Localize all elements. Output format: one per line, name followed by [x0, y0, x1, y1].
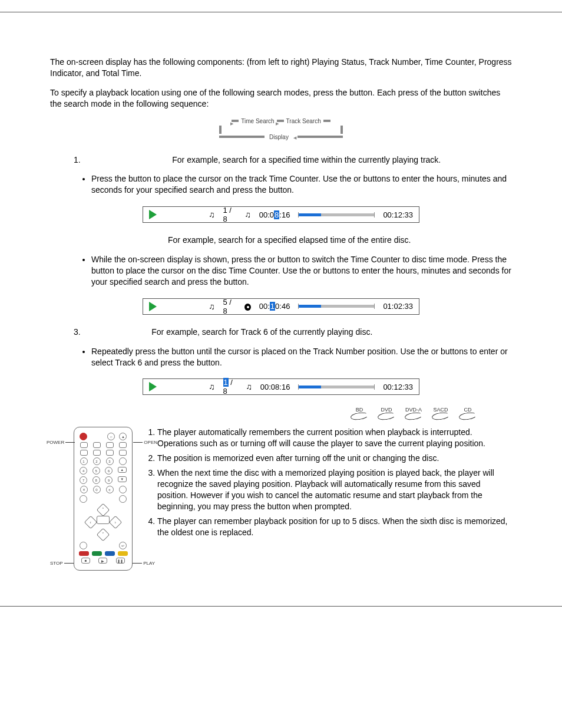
disc-badge: CD: [459, 407, 477, 420]
memory-item-2: The position is memorized even after tur…: [157, 453, 512, 464]
time-counter: 00:08:16: [259, 210, 290, 219]
dpad-right-icon: ›: [109, 516, 123, 529]
disc-badge: BD: [351, 407, 368, 420]
time-counter: 00:08:16: [260, 383, 290, 391]
text: 00:: [259, 302, 270, 311]
text: For example, search for a specified time…: [172, 155, 441, 164]
music-note-icon: ♫: [246, 382, 252, 391]
disc-ellipse-icon: [431, 411, 449, 421]
return-icon: ↩: [119, 542, 127, 549]
intro-para-1: The on-screen display has the following …: [50, 57, 512, 79]
line-icon: [219, 136, 265, 138]
yellow-button-icon: [118, 551, 128, 556]
remote-btn: [93, 442, 101, 448]
num-2-icon: 2: [93, 457, 101, 465]
memory-item-1: The player automatically remembers the c…: [157, 427, 512, 449]
dpad-enter-icon: [97, 516, 110, 524]
osd-example-2: ♫ 5 / 8 00:10:46 01:02:33: [143, 298, 419, 315]
text: :16: [279, 210, 290, 219]
num-7-icon: 7: [80, 476, 87, 484]
music-note-icon: ♫: [209, 210, 215, 219]
text: button until the cursor is placed on the…: [171, 347, 431, 356]
open-button-icon: ▲: [119, 433, 127, 440]
text: off will cause the player to save the cu…: [268, 439, 485, 448]
cycle-label: Display: [269, 134, 289, 140]
num-9-icon: 9: [105, 476, 113, 484]
text: button. Each press of the: [349, 88, 444, 97]
text: For example, search for Track 6 of the c…: [151, 327, 372, 337]
remote-btn: [80, 450, 88, 456]
text: button.: [224, 277, 249, 286]
memory-item-3: When the next time the disc with a memor…: [157, 467, 512, 512]
total-time: 01:02:33: [383, 302, 413, 311]
text: button.: [269, 185, 294, 195]
remote-label-stop: STOP: [50, 561, 74, 566]
total-time: 00:12:33: [383, 210, 413, 219]
clear-icon: ✕: [80, 486, 88, 493]
remote-label-play: PLAY: [133, 561, 155, 566]
arrow-right-icon: [277, 120, 284, 122]
text: 00:0: [259, 210, 274, 219]
light-button-icon: ☼: [107, 433, 115, 440]
track-number: 1 / 8: [223, 206, 237, 223]
manual-page: The on-screen display has the following …: [0, 12, 562, 607]
osd-example-1: ♫ 1 / 8 ♫ 00:08:16 00:12:33: [143, 206, 419, 223]
play-icon: [149, 210, 157, 219]
text: STOP: [50, 561, 63, 566]
cycle-label: Time Search: [241, 118, 274, 124]
cursor-highlight: 8: [274, 210, 279, 219]
disc-icon: [244, 304, 251, 311]
disc-ellipse-icon: [458, 411, 477, 421]
remote-btn: ▼: [118, 476, 127, 482]
section-1-bullet: Press the button to place the cursor on …: [91, 173, 512, 196]
section-3-bullet: Repeatedly press the button until the cu…: [91, 346, 512, 368]
section-1-lead: 1. For example, search for a specified t…: [74, 154, 512, 166]
total-time: 00:12:33: [383, 383, 413, 391]
text: or: [353, 174, 363, 183]
blue-button-icon: [105, 551, 115, 556]
line-icon: [297, 136, 343, 138]
dpad-down-icon: ˅: [97, 528, 110, 542]
dpad-left-icon: ‹: [84, 516, 98, 529]
text: While the on-screen display is shown, pr…: [91, 255, 268, 264]
text: button when prompted.: [267, 502, 352, 511]
text: POWER: [47, 440, 64, 445]
num-8-icon: 8: [92, 476, 100, 484]
num-5-icon: 5: [92, 467, 100, 475]
disc-ellipse-icon: [350, 411, 368, 421]
dpad-up-icon: ˄: [97, 503, 110, 517]
text: To specify a playback location using one…: [50, 88, 349, 97]
remote-btn: [106, 450, 114, 456]
text: 3.: [74, 327, 81, 337]
progress-bar: [298, 213, 375, 216]
remote-btn: [80, 542, 87, 549]
arrow-right-icon: [232, 120, 239, 122]
section-2-bullet: While the on-screen display is shown, pr…: [91, 254, 512, 288]
stop-button-icon: ■: [81, 558, 90, 564]
search-mode-cycle: Time Search Track Search Display: [219, 118, 343, 140]
section-3-lead: 3. For example, search for Track 6 of th…: [74, 327, 512, 338]
play-icon: [149, 382, 157, 391]
text: or: [431, 347, 441, 356]
remote-btn: [119, 450, 127, 456]
music-note-icon: ♫: [209, 302, 215, 311]
text: button to place the cursor on the disc T…: [91, 266, 313, 275]
track-number: 5 / 8: [223, 298, 237, 315]
power-button-icon: [80, 433, 87, 440]
remote-btn: [106, 442, 114, 448]
memory-item-4: The player can remember playback positio…: [157, 516, 512, 538]
text: PLAY: [143, 561, 155, 566]
num-6-icon: 6: [105, 467, 113, 475]
num-0-icon: 0: [93, 486, 101, 493]
remote-btn: [93, 450, 101, 456]
remote-btn: ▲: [118, 467, 127, 473]
section-2-lead: For example, search for a specified elap…: [168, 235, 512, 246]
remote-btn: [119, 442, 127, 448]
remote-btn: [119, 495, 127, 503]
play-button-icon: ▶: [98, 558, 107, 564]
text: OPEN: [144, 440, 157, 445]
text: 0:46: [275, 302, 290, 311]
disc-ellipse-icon: [404, 411, 422, 421]
remote-label-power: POWER: [47, 440, 75, 445]
text: button to switch the Time Counter to dis…: [277, 255, 507, 264]
